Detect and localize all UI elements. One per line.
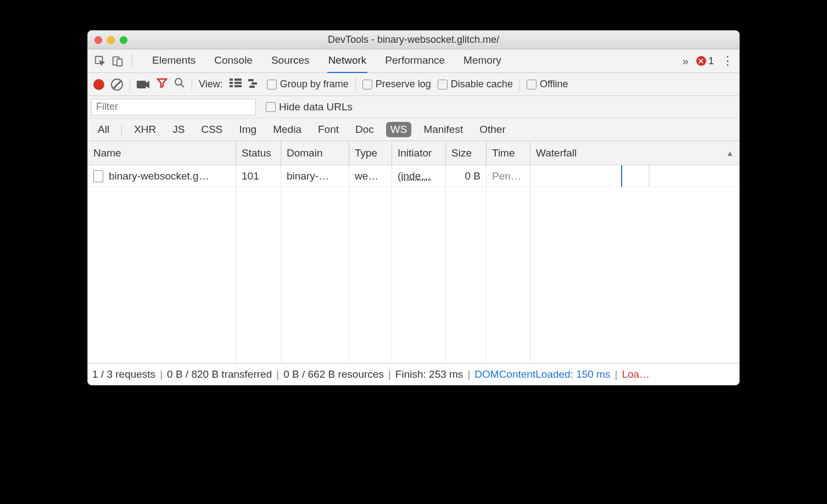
main-tabs-bar: Elements Console Sources Network Perform…: [88, 49, 739, 73]
tab-console[interactable]: Console: [213, 49, 254, 74]
tab-memory[interactable]: Memory: [462, 49, 502, 74]
view-label: View:: [199, 79, 223, 90]
devtools-window: DevTools - binary-websocket.glitch.me/ E…: [87, 30, 740, 385]
status-finish: Finish: 253 ms: [395, 368, 463, 380]
col-time[interactable]: Time: [487, 141, 530, 165]
col-type[interactable]: Type: [349, 141, 392, 165]
tab-sources[interactable]: Sources: [270, 49, 311, 74]
col-size[interactable]: Size: [446, 141, 487, 165]
status-bar: 1 / 3 requests | 0 B / 820 B transferred…: [88, 363, 739, 385]
cell-initiator: (inde…: [392, 165, 446, 187]
table-body: binary-websocket.g… 101 binary-… we… (in…: [88, 165, 739, 363]
svg-rect-10: [234, 85, 242, 87]
col-status[interactable]: Status: [236, 141, 281, 165]
main-tabs: Elements Console Sources Network Perform…: [151, 49, 502, 74]
svg-rect-3: [137, 81, 146, 88]
separator: [519, 78, 520, 91]
cell-size: 0 B: [446, 165, 487, 187]
filter-doc[interactable]: Doc: [351, 122, 378, 137]
record-button-icon[interactable]: [93, 79, 104, 90]
filter-other[interactable]: Other: [475, 122, 510, 137]
status-resources: 0 B / 662 B resources: [283, 368, 384, 380]
filter-ws[interactable]: WS: [386, 122, 412, 137]
network-toolbar: View: Group by frame Preserve log Disabl…: [88, 73, 739, 96]
status-requests: 1 / 3 requests: [92, 368, 155, 380]
status-transferred: 0 B / 820 B transferred: [167, 368, 272, 380]
svg-rect-12: [252, 82, 257, 85]
filter-manifest[interactable]: Manifest: [419, 122, 467, 137]
group-by-frame-checkbox[interactable]: Group by frame: [267, 79, 349, 90]
separator: [130, 78, 130, 91]
clear-button-icon[interactable]: [111, 79, 123, 91]
status-load: Loa…: [622, 368, 650, 380]
error-icon: ✕: [696, 56, 706, 66]
offline-checkbox[interactable]: Offline: [527, 79, 568, 90]
svg-point-4: [175, 79, 182, 85]
separator: [121, 124, 122, 136]
col-domain[interactable]: Domain: [281, 141, 349, 165]
svg-rect-8: [234, 82, 242, 84]
inspect-element-icon[interactable]: [93, 54, 107, 68]
search-icon[interactable]: [174, 77, 185, 91]
error-count: 1: [708, 55, 714, 67]
table-header: Name Status Domain Type Initiator Size T…: [88, 141, 739, 165]
more-tabs-chevron-icon[interactable]: »: [683, 55, 689, 68]
waterfall-marker: [649, 165, 650, 187]
filter-css[interactable]: CSS: [197, 122, 227, 137]
col-name[interactable]: Name: [88, 141, 236, 165]
titlebar: DevTools - binary-websocket.glitch.me/: [88, 31, 739, 49]
svg-rect-5: [230, 79, 233, 81]
tab-performance[interactable]: Performance: [384, 49, 446, 74]
filter-img[interactable]: Img: [235, 122, 261, 137]
svg-rect-11: [248, 79, 254, 81]
waterfall-marker: [621, 165, 622, 187]
filter-media[interactable]: Media: [269, 122, 306, 137]
filter-all[interactable]: All: [93, 122, 114, 137]
preserve-log-checkbox[interactable]: Preserve log: [362, 79, 431, 90]
table-row[interactable]: binary-websocket.g… 101 binary-… we… (in…: [88, 165, 739, 187]
status-domcontentloaded: DOMContentLoaded: 150 ms: [474, 368, 610, 380]
tab-network[interactable]: Network: [327, 49, 368, 74]
window-title: DevTools - binary-websocket.glitch.me/: [88, 34, 739, 46]
separator: [132, 54, 132, 68]
disable-cache-checkbox[interactable]: Disable cache: [438, 79, 513, 90]
filter-input[interactable]: [91, 99, 256, 115]
type-filter-bar: All XHR JS CSS Img Media Font Doc WS Man…: [88, 118, 739, 141]
filter-font[interactable]: Font: [314, 122, 343, 137]
device-toolbar-icon[interactable]: [111, 54, 124, 68]
tab-elements[interactable]: Elements: [151, 49, 197, 74]
cell-status: 101: [236, 165, 281, 187]
error-counter[interactable]: ✕ 1: [696, 55, 714, 67]
cell-domain: binary-…: [281, 165, 349, 187]
col-initiator[interactable]: Initiator: [392, 141, 446, 165]
svg-rect-9: [230, 85, 233, 87]
svg-rect-7: [230, 82, 233, 84]
hide-data-urls-checkbox[interactable]: Hide data URLs: [266, 101, 353, 113]
col-waterfall[interactable]: Waterfall▲: [530, 141, 739, 165]
filter-funnel-icon[interactable]: [157, 77, 167, 91]
file-icon: [93, 170, 103, 182]
settings-kebab-icon[interactable]: ⋮: [722, 54, 734, 68]
cell-time: Pen…: [487, 165, 530, 187]
large-rows-icon[interactable]: [230, 78, 242, 91]
svg-rect-6: [234, 79, 242, 81]
filter-bar: Hide data URLs: [88, 96, 739, 118]
sort-arrow-icon: ▲: [726, 149, 734, 158]
svg-rect-13: [249, 86, 255, 88]
overview-icon[interactable]: [248, 78, 260, 91]
svg-rect-2: [117, 59, 122, 66]
cell-name: binary-websocket.g…: [88, 165, 236, 187]
cell-type: we…: [349, 165, 392, 187]
separator: [192, 78, 192, 91]
filter-xhr[interactable]: XHR: [130, 122, 160, 137]
filter-js[interactable]: JS: [168, 122, 189, 137]
cell-waterfall: [530, 165, 739, 187]
screenshot-icon[interactable]: [137, 80, 150, 89]
separator: [355, 78, 356, 91]
